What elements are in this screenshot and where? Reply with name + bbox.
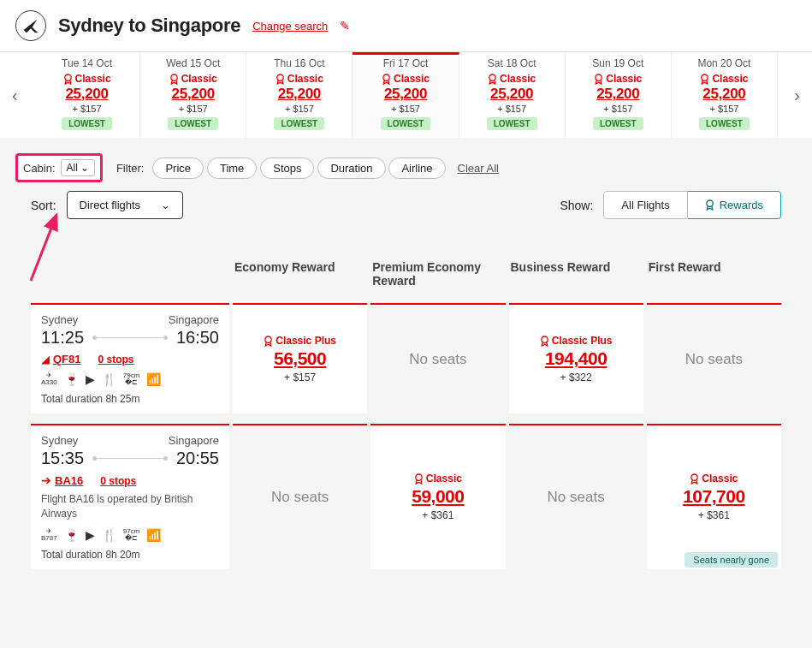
edit-icon[interactable]: ✎ [340, 19, 350, 33]
wifi-icon: 📶 [146, 372, 161, 386]
filter-chip-price[interactable]: Price [152, 158, 204, 179]
show-all-flights-button[interactable]: All Flights [603, 191, 687, 219]
date-label: Fri 17 Oct [356, 57, 454, 69]
fare-points: 56,500 [274, 348, 326, 369]
lowest-badge: LOWEST [381, 117, 431, 130]
points-amount: 25,200 [569, 86, 667, 103]
origin: Sydney [41, 313, 78, 326]
fare-cash: + $361 [698, 509, 730, 521]
date-carousel: ‹ Tue 14 Oct Classic 25,200 + $157 LOWES… [0, 51, 812, 138]
fare-points: 194,400 [545, 348, 607, 369]
col-economy: Economy Reward [229, 260, 367, 296]
route-line [92, 337, 168, 338]
fare-cell-premium: No seats [370, 303, 505, 413]
points-amount: 25,200 [250, 86, 348, 103]
wine-icon: 🍷 [64, 528, 79, 542]
show-label: Show: [560, 199, 593, 212]
cabin-select[interactable]: All ⌄ [61, 159, 95, 176]
duration: Total duration 8h 25m [41, 393, 219, 405]
points-amount: 25,200 [675, 86, 773, 103]
seat-pitch-icon: 79cm�⊏ [123, 372, 140, 386]
cash-amount: + $157 [675, 104, 773, 114]
cabin-value: All [67, 162, 78, 174]
date-label: Wed 15 Oct [144, 57, 242, 69]
cabin-selector-highlight: Cabin: All ⌄ [15, 153, 103, 182]
date-cell[interactable]: Mon 20 Oct Classic 25,200 + $157 LOWEST [672, 52, 778, 138]
duration: Total duration 8h 20m [41, 549, 219, 561]
date-cell[interactable]: Tue 14 Oct Classic 25,200 + $157 LOWEST [34, 52, 140, 138]
date-cell[interactable]: Thu 16 Oct Classic 25,200 + $157 LOWEST [246, 52, 353, 138]
dep-time: 15:35 [41, 449, 84, 468]
date-label: Tue 14 Oct [38, 57, 136, 69]
ba-arrow-icon: ➔ [41, 473, 51, 487]
fare-tier: Classic [250, 73, 348, 85]
fare-tier-label: Classic [690, 473, 738, 485]
flight-number-link[interactable]: QF81 [53, 353, 81, 366]
filter-chip-duration[interactable]: Duration [317, 158, 385, 179]
meal-icon: 🍴 [102, 372, 116, 386]
date-cell[interactable]: Wed 15 Oct Classic 25,200 + $157 LOWEST [140, 52, 246, 138]
arr-time: 20:55 [176, 449, 219, 468]
chevron-down-icon: ⌄ [80, 162, 89, 174]
fare-cash: + $361 [422, 509, 453, 521]
entertainment-icon: ▶ [86, 372, 95, 386]
date-cell[interactable]: Sat 18 Oct Classic 25,200 + $157 LOWEST [459, 52, 566, 138]
fare-cell-premium[interactable]: Classic 59,000 + $361 [370, 424, 505, 569]
sort-label: Sort: [31, 199, 56, 212]
show-rewards-button[interactable]: Rewards [688, 191, 781, 219]
points-amount: 25,200 [463, 86, 561, 103]
flight-row: SydneySingapore 15:3520:55 ➔BA160 stops … [31, 424, 781, 569]
filter-chip-time[interactable]: Time [207, 158, 257, 179]
fare-tier-label: Classic Plus [264, 335, 336, 347]
stops-link[interactable]: 0 stops [98, 354, 134, 366]
arr-time: 16:50 [176, 328, 219, 348]
next-dates-button[interactable]: › [787, 79, 807, 112]
prev-dates-button[interactable]: ‹ [5, 79, 25, 112]
route-line [92, 458, 168, 459]
destination: Singapore [169, 434, 219, 447]
filter-label: Filter: [116, 162, 145, 175]
fare-tier-label: Classic Plus [540, 335, 613, 347]
date-label: Sun 19 Oct [569, 57, 667, 69]
date-cell[interactable]: Fri 17 Oct Classic 25,200 + $157 LOWEST [353, 52, 459, 138]
route-title: Sydney to Singapore [58, 15, 240, 37]
lowest-badge: LOWEST [593, 117, 643, 130]
search-header: Sydney to Singapore Change search ✎ [0, 0, 812, 51]
view-toggle: All Flights Rewards [603, 191, 781, 219]
date-cell[interactable]: Sun 19 Oct Classic 25,200 + $157 LOWEST [566, 52, 672, 138]
col-premium: Premium Economy Reward [367, 260, 505, 296]
meal-icon: 🍴 [102, 528, 116, 542]
fare-cell-business[interactable]: Classic Plus 194,400 + $322 [509, 303, 643, 413]
clear-all-filters[interactable]: Clear All [458, 162, 499, 175]
cash-amount: + $157 [463, 104, 561, 114]
filter-chip-stops[interactable]: Stops [260, 158, 314, 179]
fare-cell-first: No seats [647, 303, 781, 413]
points-amount: 25,200 [356, 86, 454, 103]
fare-tier-label: Classic [414, 473, 462, 485]
filter-bar: Cabin: All ⌄ Filter: Price Time Stops Du… [15, 153, 797, 182]
operated-by-note: Flight BA16 is operated by British Airwa… [41, 492, 219, 521]
date-label: Sat 18 Oct [463, 57, 561, 69]
plane-icon [15, 10, 46, 41]
change-search-link[interactable]: Change search [252, 20, 328, 33]
fare-cell-economy[interactable]: Classic Plus 56,500 + $157 [233, 303, 367, 413]
amenity-icons: ✈B787 🍷 ▶ 🍴 97cm�⊏ 📶 [41, 528, 219, 542]
cash-amount: + $157 [250, 104, 348, 114]
fare-cell-first[interactable]: Classic 107,700 + $361 Seats nearly gone [647, 424, 781, 569]
entertainment-icon: ▶ [86, 528, 95, 542]
lowest-badge: LOWEST [168, 117, 218, 130]
flight-number-link[interactable]: BA16 [55, 474, 83, 487]
fare-column-headers: Economy Reward Premium Economy Reward Bu… [15, 235, 797, 303]
dep-time: 11:25 [41, 328, 84, 348]
aircraft-icon: ✈B787 [41, 528, 57, 542]
chevron-down-icon: ⌄ [161, 199, 170, 211]
sort-select[interactable]: Direct flights ⌄ [67, 191, 184, 219]
sort-value: Direct flights [80, 199, 141, 211]
origin: Sydney [41, 434, 78, 447]
filter-chip-airline[interactable]: Airline [388, 158, 445, 179]
points-amount: 25,200 [144, 86, 242, 103]
date-label: Thu 16 Oct [250, 57, 348, 69]
stops-link[interactable]: 0 stops [100, 475, 136, 487]
cash-amount: + $157 [144, 104, 242, 114]
seat-pitch-icon: 97cm�⊏ [123, 528, 140, 542]
